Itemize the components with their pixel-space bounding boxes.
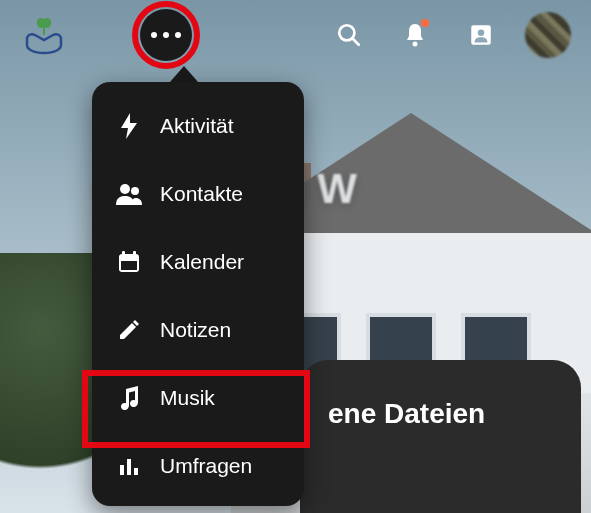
notification-badge bbox=[421, 19, 429, 27]
app-logo[interactable] bbox=[20, 11, 68, 59]
svg-rect-13 bbox=[127, 459, 131, 475]
calendar-icon bbox=[112, 250, 146, 274]
menu-item-kontakte[interactable]: Kontakte bbox=[92, 160, 304, 228]
svg-point-5 bbox=[120, 184, 130, 194]
menu-item-label: Aktivität bbox=[160, 114, 234, 138]
files-card: ene Dateien bbox=[300, 360, 581, 513]
menu-caret bbox=[170, 66, 198, 82]
svg-rect-10 bbox=[133, 251, 136, 257]
menu-item-label: Kontakte bbox=[160, 182, 243, 206]
menu-list: Aktivität Kontakte bbox=[92, 82, 304, 506]
plant-hands-icon bbox=[21, 15, 67, 55]
svg-point-4 bbox=[478, 30, 485, 36]
svg-rect-11 bbox=[121, 261, 137, 270]
contacts-square-icon bbox=[468, 22, 494, 48]
svg-rect-14 bbox=[134, 468, 138, 475]
menu-item-label: Umfragen bbox=[160, 454, 252, 478]
menu-item-kalender[interactable]: Kalender bbox=[92, 228, 304, 296]
menu-item-musik[interactable]: Musik bbox=[92, 364, 304, 432]
more-menu-dropdown: Aktivität Kontakte bbox=[92, 66, 304, 506]
lightning-icon bbox=[112, 113, 146, 139]
menu-item-umfragen[interactable]: Umfragen bbox=[92, 432, 304, 500]
svg-rect-12 bbox=[120, 465, 124, 475]
files-card-title: ene Dateien bbox=[328, 398, 553, 430]
top-app-bar bbox=[0, 0, 591, 70]
user-avatar[interactable] bbox=[525, 12, 571, 58]
ellipsis-icon bbox=[151, 32, 181, 38]
menu-item-label: Musik bbox=[160, 386, 215, 410]
more-button-wrapper bbox=[140, 9, 192, 61]
search-icon bbox=[336, 22, 362, 48]
contacts-button[interactable] bbox=[459, 13, 503, 57]
svg-point-6 bbox=[131, 187, 139, 195]
more-menu-button[interactable] bbox=[140, 9, 192, 61]
svg-line-1 bbox=[352, 38, 359, 45]
music-icon bbox=[112, 386, 146, 410]
menu-item-aktivitaet[interactable]: Aktivität bbox=[92, 92, 304, 160]
bars-icon bbox=[112, 455, 146, 477]
svg-rect-9 bbox=[122, 251, 125, 257]
svg-point-2 bbox=[413, 42, 418, 47]
people-icon bbox=[112, 183, 146, 205]
menu-item-label: Notizen bbox=[160, 318, 231, 342]
search-button[interactable] bbox=[327, 13, 371, 57]
menu-item-notizen[interactable]: Notizen bbox=[92, 296, 304, 364]
notifications-button[interactable] bbox=[393, 13, 437, 57]
menu-item-label: Kalender bbox=[160, 250, 244, 274]
pencil-icon bbox=[112, 319, 146, 341]
